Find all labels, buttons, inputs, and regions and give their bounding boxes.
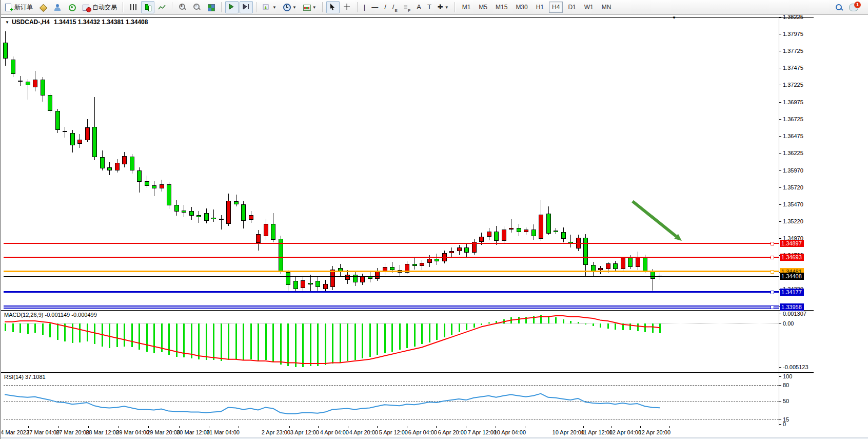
periods-button[interactable]: ▼ — [280, 1, 299, 13]
candlestick-chart-mode-button[interactable] — [141, 1, 154, 13]
trend-arrow-head[interactable] — [674, 234, 682, 241]
timeframe-w1-button[interactable]: W1 — [581, 2, 597, 13]
macd-histogram-bar — [496, 321, 497, 323]
time-axis-tick — [583, 426, 584, 428]
market-watch-icon — [39, 3, 47, 11]
candlestick — [271, 224, 275, 239]
chart-shift-marker-icon[interactable]: ▼ — [672, 15, 676, 20]
toolbar-separator — [455, 2, 456, 12]
auto-scroll-button[interactable] — [225, 1, 239, 13]
candlestick — [77, 140, 82, 144]
signals-button[interactable] — [65, 1, 78, 13]
timeframe-h4-button[interactable]: H4 — [549, 2, 563, 13]
candlestick — [308, 283, 313, 284]
timeframe-m1-button[interactable]: M1 — [459, 2, 474, 13]
chevron-down-icon[interactable]: ▼ — [445, 5, 449, 10]
text-label-button[interactable]: T — [425, 1, 434, 13]
time-axis-label: 12 Apr 20:00 — [639, 429, 670, 435]
arrows-button[interactable]: ✚▼ — [435, 1, 451, 13]
candlestick — [26, 82, 30, 85]
horizontal-level-line[interactable] — [4, 291, 779, 293]
auto-trading-button[interactable]: 自动交易 — [80, 1, 120, 13]
candlestick — [606, 263, 610, 269]
rsi-axis-tick — [779, 419, 781, 420]
macd-histogram-bar — [302, 323, 304, 367]
timeframe-mn-button[interactable]: MN — [599, 2, 615, 13]
zoom-out-button[interactable]: − — [190, 1, 204, 13]
chevron-down-icon[interactable]: ▼ — [272, 5, 277, 10]
timeframe-m15-button[interactable]: M15 — [492, 2, 510, 13]
candlestick — [18, 81, 23, 82]
timeframe-m5-button[interactable]: M5 — [476, 2, 490, 13]
horizontal-level-line[interactable] — [4, 257, 779, 258]
tile-windows-button[interactable] — [205, 1, 218, 13]
candlestick — [85, 127, 90, 140]
candlestick — [279, 239, 283, 272]
chevron-down-icon[interactable]: ▼ — [292, 5, 297, 10]
line-drag-handle[interactable] — [771, 306, 774, 309]
macd-histogram-bar — [481, 323, 482, 325]
macd-axis-tick — [779, 323, 781, 324]
navigator-button[interactable] — [51, 1, 64, 13]
crosshair-button[interactable] — [341, 1, 354, 13]
macd-histogram-bar — [347, 323, 348, 361]
collapse-arrow-icon[interactable]: ▼ — [5, 20, 9, 25]
macd-histogram-bar — [510, 317, 512, 323]
new-order-icon: + — [4, 3, 12, 11]
line-drag-handle[interactable] — [771, 291, 774, 294]
macd-histogram-bar — [12, 323, 14, 332]
bar-chart-mode-icon — [129, 3, 137, 11]
macd-label: MACD(12,26,9) -0.001149 -0.000499 — [4, 312, 97, 318]
line-drag-handle[interactable] — [771, 270, 774, 274]
chevron-down-icon[interactable]: ▼ — [312, 5, 317, 10]
macd-histogram-bar — [228, 323, 229, 360]
search-button[interactable] — [832, 1, 845, 13]
candlestick — [48, 95, 52, 111]
vertical-line-button[interactable]: | — [361, 1, 368, 13]
horizontal-level-line[interactable] — [4, 306, 779, 307]
current-price-label: 1.34408 — [780, 273, 804, 280]
macd-histogram-bar — [265, 323, 267, 360]
candlestick — [464, 247, 469, 252]
fibonacci-button[interactable]: ≡F — [401, 1, 413, 13]
horizontal-level-line[interactable] — [4, 308, 779, 309]
zoom-in-button[interactable]: + — [176, 1, 189, 13]
macd-histogram-bar — [295, 323, 297, 367]
fibonacci-sub-letter: F — [408, 8, 410, 13]
horizontal-level-line[interactable] — [4, 271, 779, 272]
signals-icon — [68, 3, 76, 11]
indicators-button[interactable]: +▼ — [260, 1, 279, 13]
market-watch-button[interactable] — [36, 1, 50, 13]
candlestick — [293, 281, 298, 289]
line-drag-handle[interactable] — [771, 256, 774, 259]
time-axis[interactable]: 24 Mar 202327 Mar 04:0027 Mar 20:0028 Ma… — [1, 426, 868, 437]
notifications-button[interactable]: 1 — [846, 1, 861, 13]
timeframe-h1-button[interactable]: H1 — [533, 2, 547, 13]
timeframe-m30-button[interactable]: M30 — [512, 2, 530, 13]
candlestick — [613, 263, 618, 269]
time-axis-tick — [496, 426, 496, 428]
time-axis-label: 6 Apr 20:00 — [438, 429, 467, 435]
rsi-axis-label: 50 — [783, 398, 789, 404]
new-order-button[interactable]: +新订单 — [2, 1, 35, 13]
bar-chart-mode-button[interactable] — [127, 1, 140, 13]
templates-button[interactable]: ▼ — [300, 1, 319, 13]
timeframe-d1-button[interactable]: D1 — [565, 2, 579, 13]
price-level-label: 1.34177 — [780, 289, 804, 296]
macd-histogram-bar — [377, 323, 378, 355]
horizontal-line-button[interactable]: — — [369, 1, 381, 13]
toolbar-group-4: +▼▼▼ — [260, 1, 320, 13]
line-drag-handle[interactable] — [771, 242, 774, 245]
horizontal-level-line[interactable] — [4, 243, 779, 244]
cursor-button[interactable] — [326, 1, 340, 13]
chart-shift-button[interactable] — [240, 1, 253, 13]
candlestick — [487, 232, 491, 237]
trendline-button[interactable]: / — [382, 1, 389, 13]
price-axis-tick — [779, 102, 781, 103]
text-button[interactable]: A — [414, 1, 424, 13]
equidistant-channel-button[interactable]: /E — [390, 1, 400, 13]
trend-arrow-shaft[interactable] — [633, 201, 676, 236]
line-chart-mode-button[interactable] — [155, 1, 169, 13]
macd-histogram-bar — [652, 323, 654, 333]
time-axis-label: 11 Apr 12:00 — [581, 429, 613, 435]
